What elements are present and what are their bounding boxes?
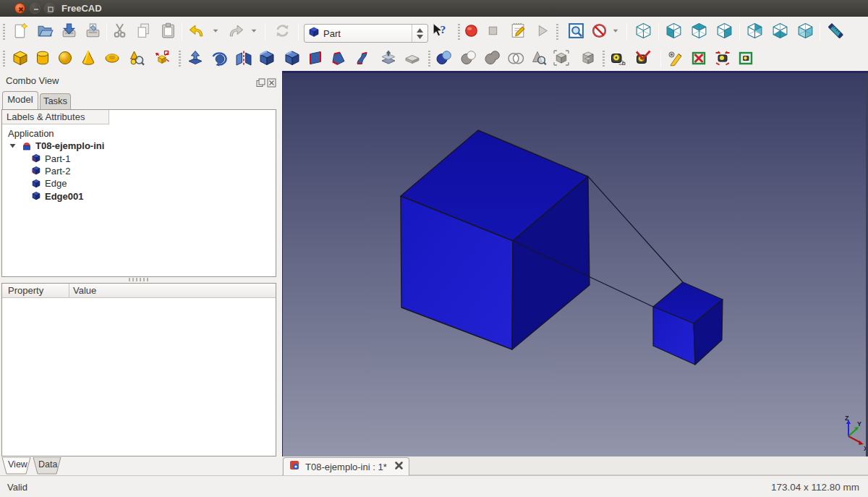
measure-annotate-button[interactable] bbox=[665, 48, 686, 70]
revolve-button[interactable] bbox=[208, 48, 230, 70]
toolbar-separator bbox=[626, 23, 627, 41]
dock-float-icon[interactable] bbox=[256, 77, 265, 87]
view-front-icon bbox=[665, 22, 683, 43]
undo-history-button[interactable] bbox=[205, 21, 226, 43]
toolbar-handle[interactable] bbox=[556, 24, 558, 41]
measure-linear-button[interactable] bbox=[607, 48, 629, 70]
open-button[interactable] bbox=[34, 21, 56, 43]
workbench-spinner[interactable] bbox=[412, 25, 427, 42]
part-cylinder-button[interactable] bbox=[32, 48, 54, 70]
toolbar-handle[interactable] bbox=[3, 24, 5, 41]
3d-viewport[interactable]: Z Y X bbox=[282, 71, 868, 456]
measure-angular-button[interactable] bbox=[632, 48, 654, 70]
mirror-button[interactable] bbox=[233, 48, 255, 70]
macro-record-button[interactable] bbox=[460, 21, 482, 43]
part-cone-button[interactable] bbox=[77, 48, 99, 70]
large-cube[interactable] bbox=[401, 130, 590, 349]
part-sphere-button[interactable] bbox=[54, 48, 76, 70]
measure-toggle-3d-button[interactable] bbox=[735, 48, 757, 70]
defeaturing-button[interactable] bbox=[550, 48, 572, 70]
tab-tasks[interactable]: Tasks bbox=[40, 93, 71, 109]
minimize-button[interactable] bbox=[30, 3, 41, 14]
tree-item-edge[interactable]: Edge bbox=[2, 177, 274, 190]
small-cube[interactable] bbox=[653, 282, 723, 365]
extrude-button[interactable] bbox=[184, 48, 206, 70]
ruled-surface-button[interactable] bbox=[305, 48, 326, 70]
maximize-button[interactable] bbox=[44, 3, 55, 14]
toolbar-handle[interactable] bbox=[428, 51, 430, 67]
measure-clear-button[interactable] bbox=[688, 48, 710, 70]
tab-close-icon[interactable] bbox=[394, 460, 404, 473]
print-button[interactable] bbox=[82, 21, 103, 43]
workbench-selector[interactable]: Part bbox=[304, 24, 428, 43]
document-tab[interactable]: T08-ejemplo-ini : 1* bbox=[283, 457, 409, 475]
measure-clear-icon bbox=[690, 49, 707, 69]
save-button[interactable] bbox=[58, 21, 80, 43]
part-box-icon bbox=[12, 49, 29, 69]
toolbar-handle[interactable] bbox=[3, 51, 5, 67]
boolean-union-button[interactable] bbox=[482, 48, 503, 70]
toolbar-handle[interactable] bbox=[603, 51, 605, 67]
macro-edit-button[interactable] bbox=[507, 21, 529, 43]
toolbar-file-view: Part ? bbox=[0, 17, 868, 47]
mirror-icon bbox=[235, 49, 252, 69]
refresh-button[interactable] bbox=[271, 21, 293, 43]
section-button[interactable] bbox=[378, 48, 399, 70]
boolean-button[interactable] bbox=[433, 48, 455, 70]
view-bottom-button[interactable] bbox=[769, 21, 791, 43]
dock-close-icon[interactable] bbox=[267, 77, 276, 87]
view-top-button[interactable] bbox=[688, 21, 710, 43]
part-primitives-icon bbox=[128, 49, 145, 69]
save-icon bbox=[60, 22, 78, 43]
view-front-button[interactable] bbox=[663, 21, 684, 43]
fit-all-button[interactable] bbox=[565, 21, 587, 43]
paste-icon bbox=[159, 22, 177, 43]
fillet-button[interactable] bbox=[256, 48, 278, 70]
tree-item-t08-ejemplo-ini[interactable]: T08-ejemplo-ini bbox=[2, 140, 274, 152]
loft-button[interactable] bbox=[328, 48, 349, 70]
freecad-doc-icon bbox=[289, 460, 300, 474]
sweep-button[interactable] bbox=[352, 48, 374, 70]
thickness-button[interactable] bbox=[577, 48, 599, 70]
tree-item-part-2[interactable]: Part-2 bbox=[2, 165, 274, 177]
new-file-button[interactable] bbox=[9, 21, 31, 43]
part-primitives-button[interactable] bbox=[126, 48, 148, 70]
paste-button[interactable] bbox=[157, 21, 179, 43]
part-torus-button[interactable] bbox=[101, 48, 123, 70]
tab-data[interactable]: Data bbox=[30, 457, 64, 475]
splitter-grip[interactable] bbox=[129, 278, 149, 281]
chamfer-button[interactable] bbox=[281, 48, 303, 70]
boolean-cut-button[interactable] bbox=[458, 48, 480, 70]
check-geometry-button[interactable] bbox=[528, 48, 550, 70]
chamfer-icon bbox=[284, 49, 301, 69]
toolbar-handle[interactable] bbox=[179, 51, 181, 67]
tree-item-part-1[interactable]: Part-1 bbox=[2, 153, 274, 165]
macro-edit-icon bbox=[509, 22, 527, 43]
toolbar-handle[interactable] bbox=[458, 24, 460, 41]
tree-item-application[interactable]: Application bbox=[2, 127, 274, 140]
close-button[interactable] bbox=[14, 3, 25, 14]
macro-stop-button[interactable] bbox=[482, 21, 503, 43]
tree-item-edge001[interactable]: Edge001 bbox=[2, 190, 274, 203]
redo-history-button[interactable] bbox=[243, 21, 265, 43]
copy-button[interactable] bbox=[132, 21, 154, 43]
toolbar-separator bbox=[739, 23, 740, 41]
view-rear-button[interactable] bbox=[744, 21, 765, 43]
cut-button[interactable] bbox=[109, 21, 130, 43]
measure-toggle-button[interactable] bbox=[712, 48, 733, 70]
part-box-button[interactable] bbox=[9, 48, 31, 70]
tab-model[interactable]: Model bbox=[2, 91, 38, 109]
shape-builder-button[interactable] bbox=[151, 48, 173, 70]
edge-icon bbox=[31, 179, 41, 189]
macro-play-button[interactable] bbox=[531, 21, 553, 43]
boolean-intersection-button[interactable] bbox=[505, 48, 527, 70]
whats-this-button[interactable]: ? bbox=[428, 21, 450, 43]
draw-style-menu-button[interactable] bbox=[605, 21, 626, 43]
cross-sections-button[interactable] bbox=[401, 48, 423, 70]
view-right-button[interactable] bbox=[713, 21, 735, 43]
view-left-button[interactable] bbox=[794, 21, 816, 43]
expand-arrow-icon[interactable] bbox=[9, 143, 16, 149]
measure-distance-button[interactable] bbox=[825, 21, 846, 43]
defeaturing-icon bbox=[553, 49, 570, 69]
view-axonometric-button[interactable] bbox=[632, 21, 654, 43]
